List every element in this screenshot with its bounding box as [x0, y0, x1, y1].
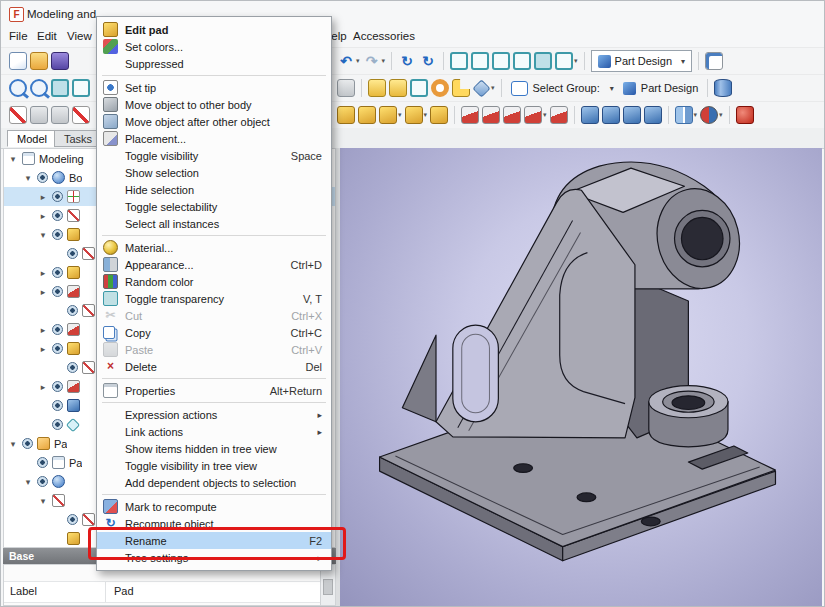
recompute-document-button[interactable]: ↻ — [419, 52, 437, 70]
context-menu-item-tree-settings[interactable]: Tree settings▸ — [97, 549, 331, 566]
new-document-button[interactable] — [9, 52, 27, 70]
create-clone-button[interactable] — [472, 79, 490, 97]
context-menu-item-edit-pad[interactable]: Edit pad — [97, 21, 331, 38]
view-isometric-button[interactable] — [450, 52, 468, 70]
context-menu-item-move-object-to-other-body[interactable]: Move object to other body — [97, 96, 331, 113]
context-menu-item-set-colors[interactable]: Set colors... — [97, 38, 331, 55]
revolution-button[interactable] — [358, 106, 376, 124]
expander-icon[interactable]: ▾ — [38, 496, 48, 506]
property-row-label[interactable]: Label Pad — [4, 581, 320, 603]
menu-file[interactable]: File — [9, 30, 28, 42]
3d-viewport[interactable] — [340, 148, 822, 606]
menu-accessories[interactable]: Accessories — [353, 30, 415, 42]
sketch-tool-4-button[interactable] — [72, 106, 90, 124]
expander-icon[interactable]: ▸ — [38, 325, 48, 335]
menu-view[interactable]: View — [67, 30, 92, 42]
property-value[interactable]: Pad — [106, 582, 320, 602]
context-menu-item-recompute-object[interactable]: ↻Recompute object — [97, 515, 331, 532]
migrate-button[interactable] — [736, 106, 754, 124]
context-menu-item-suppressed[interactable]: Suppressed — [97, 55, 331, 72]
save-document-button[interactable] — [51, 52, 69, 70]
pad-button[interactable] — [337, 106, 355, 124]
expander-icon[interactable]: ▾ — [8, 154, 18, 164]
additive-pipe-button[interactable] — [405, 106, 423, 124]
thickness-button[interactable] — [644, 106, 662, 124]
context-menu-item-toggle-visibility-in-tree-view[interactable]: Toggle visibility in tree view — [97, 457, 331, 474]
sketch-tool-1-button[interactable] — [9, 106, 27, 124]
expander-icon[interactable]: ▾ — [23, 173, 33, 183]
context-menu-item-random-color[interactable]: Random color — [97, 273, 331, 290]
sketch-tool-3-button[interactable] — [51, 106, 69, 124]
workbench-selector[interactable]: Part Design▾ — [591, 50, 693, 72]
fit-selection-button[interactable] — [30, 79, 48, 97]
additive-helix-button[interactable] — [430, 106, 448, 124]
view-axonometric-button[interactable] — [555, 52, 573, 70]
expander-icon[interactable]: ▾ — [38, 230, 48, 240]
select-group[interactable]: Select Group:▾ — [508, 81, 617, 96]
context-menu-item-material[interactable]: Material... — [97, 239, 331, 256]
context-menu-item-placement[interactable]: Placement... — [97, 130, 331, 147]
datum-line-button[interactable] — [389, 79, 407, 97]
refresh-view-button[interactable]: ↻ — [398, 52, 416, 70]
part-3d-model[interactable] — [380, 162, 776, 561]
expander-icon[interactable]: ▾ — [8, 439, 18, 449]
mirrored-button[interactable] — [675, 106, 693, 124]
expander-icon[interactable]: ▸ — [38, 268, 48, 278]
subtractive-loft-button[interactable] — [524, 106, 542, 124]
menu-edit[interactable]: Edit — [37, 30, 57, 42]
shape-binder-button[interactable] — [452, 79, 470, 97]
tab-tasks[interactable]: Tasks — [54, 130, 102, 147]
context-menu-item-appearance[interactable]: Appearance...Ctrl+D — [97, 256, 331, 273]
context-menu-item-mark-to-recompute[interactable]: Mark to recompute — [97, 498, 331, 515]
view-rear-button[interactable] — [534, 52, 552, 70]
draft-button[interactable] — [623, 106, 641, 124]
chamfer-button[interactable] — [602, 106, 620, 124]
open-document-button[interactable] — [30, 52, 48, 70]
context-menu-item-hide-selection[interactable]: Hide selection — [97, 181, 331, 198]
check-geometry-button[interactable] — [410, 79, 428, 97]
boolean-operation-button[interactable] — [700, 106, 718, 124]
undo-button[interactable]: ↶ — [337, 52, 355, 70]
context-menu-item-select-all-instances[interactable]: Select all instances — [97, 215, 331, 232]
additive-loft-button[interactable] — [379, 106, 397, 124]
hole-button[interactable] — [482, 106, 500, 124]
draw-style-button[interactable] — [51, 79, 69, 97]
context-menu-item-properties[interactable]: PropertiesAlt+Return — [97, 382, 331, 399]
expander-icon[interactable]: ▸ — [38, 211, 48, 221]
context-menu-item-show-selection[interactable]: Show selection — [97, 164, 331, 181]
primitive-cylinder-button[interactable] — [714, 79, 732, 97]
create-torus-button[interactable] — [431, 79, 449, 97]
context-menu-item-delete[interactable]: ×DeleteDel — [97, 358, 331, 375]
context-menu-item-toggle-visibility[interactable]: Toggle visibilitySpace — [97, 147, 331, 164]
scrollbar-thumb[interactable] — [323, 579, 333, 595]
subtractive-pipe-button[interactable] — [550, 106, 568, 124]
active-workbench-label[interactable]: Part Design — [620, 82, 701, 95]
context-menu-item-add-dependent-objects-to-selection[interactable]: Add dependent objects to selection — [97, 474, 331, 491]
fit-all-button[interactable] — [9, 79, 27, 97]
context-menu-item-copy[interactable]: CopyCtrl+C — [97, 324, 331, 341]
tab-model[interactable]: Model — [7, 130, 57, 147]
redo-button[interactable]: ↷ — [363, 52, 381, 70]
context-menu-item-toggle-transparency[interactable]: Toggle transparencyV, T — [97, 290, 331, 307]
context-menu-item-link-actions[interactable]: Link actions▸ — [97, 423, 331, 440]
expander-icon[interactable]: ▸ — [38, 287, 48, 297]
expander-icon[interactable]: ▾ — [23, 477, 33, 487]
groove-button[interactable] — [503, 106, 521, 124]
tree-structure-button[interactable] — [705, 52, 723, 70]
expander-icon[interactable]: ▸ — [38, 382, 48, 392]
view-front-button[interactable] — [471, 52, 489, 70]
view-top-button[interactable] — [492, 52, 510, 70]
fillet-button[interactable] — [581, 106, 599, 124]
context-menu-item-rename[interactable]: RenameF2 — [97, 532, 331, 549]
datum-plane-button[interactable] — [368, 79, 386, 97]
expander-icon[interactable]: ▸ — [38, 192, 48, 202]
context-menu-item-show-items-hidden-in-tree-view[interactable]: Show items hidden in tree view — [97, 440, 331, 457]
context-menu-item-expression-actions[interactable]: Expression actions▸ — [97, 406, 331, 423]
view-cube-button[interactable] — [72, 79, 90, 97]
context-menu-item-move-object-after-other-object[interactable]: Move object after other object — [97, 113, 331, 130]
clipping-plane-button[interactable] — [337, 79, 355, 97]
context-menu-item-set-tip[interactable]: Set tip — [97, 79, 331, 96]
view-right-button[interactable] — [513, 52, 531, 70]
property-scrollbar[interactable] — [320, 565, 335, 605]
context-menu-item-toggle-selectability[interactable]: Toggle selectability — [97, 198, 331, 215]
